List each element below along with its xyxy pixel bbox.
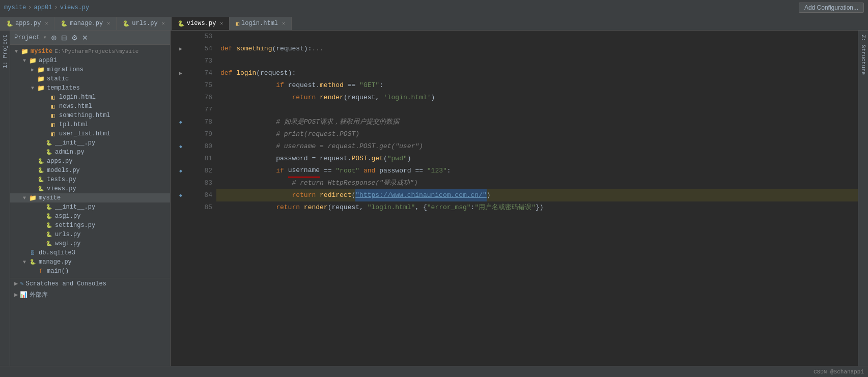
tab-close-icon[interactable]: ✕ xyxy=(45,20,48,26)
right-sidebar-strip: Z: Structure xyxy=(858,31,868,366)
tree-item-db-sqlite3[interactable]: 🗄 db.sqlite3 xyxy=(10,248,170,257)
gutter-77 xyxy=(171,104,191,116)
code-line-76: return render(request, 'login.html') xyxy=(216,92,858,104)
code-content[interactable]: ▶ ▶ ◆ ◆ ◆ ◆ 53 54 73 74 75 xyxy=(171,31,858,366)
tab-label: apps.py xyxy=(15,20,41,27)
tree-item-views-py-app01[interactable]: 🐍 views.py xyxy=(10,184,170,193)
tree-item-static[interactable]: 📁 static xyxy=(10,74,170,83)
tree-item-migrations[interactable]: ▶ 📁 migrations xyxy=(10,65,170,74)
tree-item-mysite-root[interactable]: ▼ 📁 mysite E:\PycharmProjects\mysite xyxy=(10,47,170,56)
tree-item-tpl-html[interactable]: ◧ tpl.html xyxy=(10,120,170,129)
tab-apps-py[interactable]: 🐍 apps.py ✕ xyxy=(0,17,54,30)
project-panel-label[interactable]: 1: Project xyxy=(1,31,9,72)
status-text: CSDN @Schanappi xyxy=(814,369,864,375)
code-lines[interactable]: def something(request):... def login(req… xyxy=(216,31,858,366)
tree-item-main-func[interactable]: f main() xyxy=(10,267,170,276)
gutter-80: ◆ xyxy=(171,140,191,153)
file-tree: ▼ 📁 mysite E:\PycharmProjects\mysite ▼ 📁… xyxy=(10,45,170,366)
breadcrumb: mysite › app01 › views.py xyxy=(4,4,89,11)
left-sidebar-strip: 1: Project xyxy=(0,31,10,366)
project-toolbar: ⊕ ⊟ ⚙ ✕ xyxy=(50,34,89,42)
html-file-icon: ◧ xyxy=(236,20,239,27)
breadcrumb-mysite[interactable]: mysite xyxy=(4,4,26,11)
scratches-and-consoles[interactable]: ▶ ✎ Scratches and Consoles xyxy=(10,278,170,289)
tab-bar: 🐍 apps.py ✕ 🐍 manage.py ✕ 🐍 urls.py ✕ 🐍 … xyxy=(0,15,868,31)
code-line-80: # username = request.POST.get("user") xyxy=(216,140,858,153)
tab-close-icon[interactable]: ✕ xyxy=(107,20,110,26)
new-element-button[interactable]: ⊕ xyxy=(50,34,58,42)
gutter-75 xyxy=(171,79,191,92)
breadcrumb-file[interactable]: views.py xyxy=(60,4,90,11)
structure-panel-label[interactable]: Z: Structure xyxy=(859,31,867,79)
tree-item-user-list-html[interactable]: ◧ user_list.html xyxy=(10,129,170,138)
code-line-85: return render(request, "login.html", {"e… xyxy=(216,201,858,214)
tree-item-tests-py[interactable]: 🐍 tests.py xyxy=(10,175,170,184)
tree-item-something-html[interactable]: ◧ something.html xyxy=(10,111,170,120)
editor-area[interactable]: ▶ ▶ ◆ ◆ ◆ ◆ 53 54 73 74 75 xyxy=(171,31,858,366)
code-line-77 xyxy=(216,104,858,116)
tree-item-app01[interactable]: ▼ 📁 app01 xyxy=(10,56,170,65)
tree-item-models-py[interactable]: 🐍 models.py xyxy=(10,166,170,175)
collapse-button[interactable]: ⊟ xyxy=(60,34,68,42)
code-line-75: if request.method == "GET": xyxy=(216,79,858,92)
code-line-83: # return HttpResponse("登录成功") xyxy=(216,177,858,189)
code-line-84: return redirect("https://www.chinaunicom… xyxy=(216,189,858,201)
tree-item-apps-py[interactable]: 🐍 apps.py xyxy=(10,157,170,166)
gutter-79 xyxy=(171,128,191,140)
project-header: Project ▾ ⊕ ⊟ ⚙ ✕ xyxy=(10,31,170,45)
tree-item-wsgi-py[interactable]: 🐍 wsgi.py xyxy=(10,239,170,248)
code-line-54: def something(request):... xyxy=(216,43,858,55)
gutter-74: ▶ xyxy=(171,67,191,79)
tree-item-admin-py[interactable]: 🐍 admin.py xyxy=(10,148,170,157)
tab-manage-py[interactable]: 🐍 manage.py ✕ xyxy=(54,17,117,30)
tab-label: login.html xyxy=(241,20,278,27)
tree-item-init-py-app01[interactable]: 🐍 __init__.py xyxy=(10,138,170,148)
tab-label: views.py xyxy=(187,20,216,27)
add-config-button[interactable]: Add Configuration... xyxy=(799,3,864,13)
tree-item-login-html[interactable]: ◧ login.html xyxy=(10,93,170,102)
gutter-53 xyxy=(171,31,191,43)
tab-login-html[interactable]: ◧ login.html ✕ xyxy=(230,17,292,30)
close-panel-button[interactable]: ✕ xyxy=(81,34,89,42)
gutter-85 xyxy=(171,201,191,214)
external-libraries[interactable]: ▶ 📊 外部库 xyxy=(10,289,170,301)
gutter-82: ◆ xyxy=(171,165,191,177)
tree-item-mysite-sub[interactable]: ▼ 📁 mysite xyxy=(10,193,170,202)
tab-close-icon[interactable]: ✕ xyxy=(220,20,223,26)
code-line-73 xyxy=(216,55,858,67)
tab-close-icon[interactable]: ✕ xyxy=(162,20,165,26)
status-bar: CSDN @Schanappi xyxy=(0,366,868,377)
tab-label: urls.py xyxy=(132,20,157,27)
code-line-79: # print(request.POST) xyxy=(216,128,858,140)
project-panel: Project ▾ ⊕ ⊟ ⚙ ✕ ▼ 📁 mysite E:\PycharmP… xyxy=(10,31,171,366)
gutter-81 xyxy=(171,153,191,165)
code-line-81: password = request.POST.get("pwd") xyxy=(216,153,858,165)
code-line-74: def login(request): xyxy=(216,67,858,79)
tree-item-manage-py-root[interactable]: ▼ 🐍 manage.py xyxy=(10,257,170,267)
tree-item-urls-py[interactable]: 🐍 urls.py xyxy=(10,230,170,239)
settings-button[interactable]: ⚙ xyxy=(70,34,79,42)
breadcrumb-app01[interactable]: app01 xyxy=(34,4,52,11)
code-line-53 xyxy=(216,31,858,43)
tree-item-settings-py[interactable]: 🐍 settings.py xyxy=(10,221,170,230)
gutter-76 xyxy=(171,92,191,104)
tree-item-asgi-py[interactable]: 🐍 asgi.py xyxy=(10,212,170,221)
tree-item-init-py-mysite[interactable]: 🐍 __init__.py xyxy=(10,202,170,212)
code-gutter: ▶ ▶ ◆ ◆ ◆ ◆ xyxy=(171,31,191,366)
gutter-78: ◆ xyxy=(171,116,191,128)
py-file-icon: 🐍 xyxy=(123,20,130,27)
gutter-84: ◆ xyxy=(171,189,191,201)
tab-views-py[interactable]: 🐍 views.py ✕ xyxy=(172,17,230,30)
gutter-54: ▶ xyxy=(171,43,191,55)
tree-item-templates[interactable]: ▼ 📁 templates xyxy=(10,83,170,93)
tab-urls-py[interactable]: 🐍 urls.py ✕ xyxy=(117,17,171,30)
gutter-83 xyxy=(171,177,191,189)
gutter-73 xyxy=(171,55,191,67)
tab-close-icon[interactable]: ✕ xyxy=(282,20,285,26)
py-file-icon: 🐍 xyxy=(178,20,185,27)
project-title: Project xyxy=(14,34,40,41)
top-bar: mysite › app01 › views.py Add Configurat… xyxy=(0,0,868,15)
tree-item-news-html[interactable]: ◧ news.html xyxy=(10,102,170,111)
main-area: 1: Project Project ▾ ⊕ ⊟ ⚙ ✕ ▼ 📁 mysite … xyxy=(0,31,868,366)
code-line-78: # 如果是POST请求，获取用户提交的数据 xyxy=(216,116,858,128)
